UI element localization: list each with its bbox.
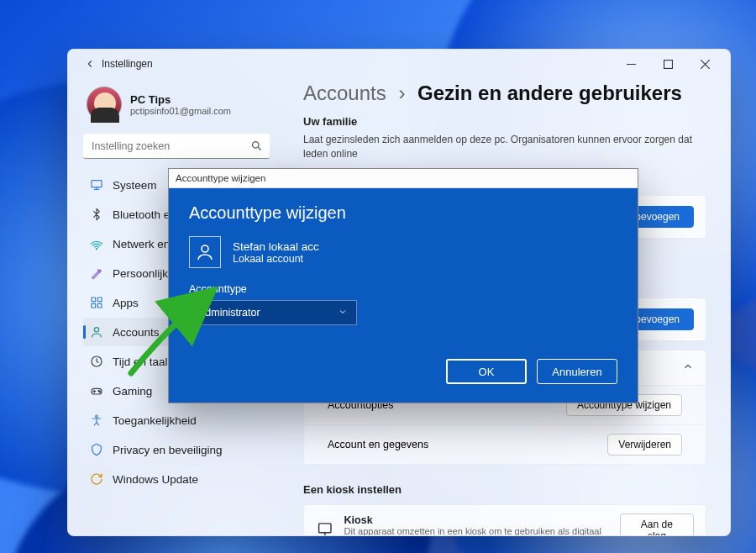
account-data-label: Account en gegevens	[328, 439, 428, 450]
back-button[interactable]	[78, 58, 102, 70]
search-input-wrap	[83, 134, 270, 159]
kiosk-card: Kiosk Dit apparaat omzetten in een kiosk…	[303, 504, 706, 535]
titlebar: Instellingen	[68, 50, 730, 78]
nav-item-update[interactable]: Windows Update	[83, 465, 273, 493]
dialog-user-sub: Lokaal account	[233, 253, 319, 265]
user-block[interactable]: PC Tips pctipsinfo01@gmail.com	[83, 82, 273, 134]
svg-rect-6	[92, 303, 96, 308]
maximize-button[interactable]	[649, 51, 686, 76]
page-title: Gezin en andere gebruikers	[417, 82, 682, 104]
breadcrumb-root[interactable]: Accounts	[303, 82, 386, 104]
nav-item-label: Systeem	[113, 179, 157, 192]
nav-item-privacy[interactable]: Privacy en beveiliging	[83, 435, 273, 464]
family-heading: Uw familie	[303, 115, 706, 128]
account-data-row: Account en gegevens Verwijderen	[303, 425, 706, 465]
cancel-button[interactable]: Annuleren	[537, 359, 617, 384]
bluetooth-icon	[90, 208, 103, 221]
breadcrumb-sep: ›	[398, 82, 405, 104]
remove-account-button[interactable]: Verwijderen	[607, 434, 682, 456]
chevron-down-icon	[338, 307, 348, 319]
apps-icon	[90, 296, 103, 309]
accounts-icon	[90, 325, 103, 339]
nav-item-label: Accounts	[113, 326, 160, 339]
nav-item-label: Apps	[113, 297, 139, 309]
network-icon	[90, 237, 103, 250]
close-button[interactable]	[686, 51, 723, 76]
kiosk-title: Kiosk	[344, 514, 620, 526]
svg-rect-4	[92, 298, 96, 302]
chevron-up-icon	[682, 361, 694, 375]
svg-rect-5	[97, 298, 102, 302]
change-account-type-dialog: Accounttype wijzigen Accounttype wijzige…	[168, 168, 638, 403]
ok-button[interactable]: OK	[446, 359, 527, 384]
nav-item-label: Tijd en taal	[113, 356, 168, 368]
svg-point-3	[96, 248, 97, 249]
person-icon	[189, 236, 221, 268]
window-title: Instellingen	[102, 58, 153, 70]
nav-item-label: Privacy en beveiliging	[113, 444, 223, 456]
accessibility-icon	[90, 413, 103, 427]
avatar	[87, 87, 122, 122]
dialog-titlebar: Accounttype wijzigen	[169, 169, 638, 188]
minimize-button[interactable]	[612, 51, 649, 76]
nav-item-label: Windows Update	[113, 473, 198, 486]
gaming-icon	[90, 384, 103, 398]
kiosk-start-button[interactable]: Aan de slag	[620, 514, 694, 535]
svg-point-13	[96, 415, 98, 418]
kiosk-heading: Een kiosk instellen	[303, 483, 706, 496]
dialog-user-name: Stefan lokaal acc	[233, 240, 319, 253]
svg-rect-14	[319, 523, 331, 532]
time-icon	[90, 355, 103, 368]
account-type-select[interactable]: Administrator	[189, 300, 357, 325]
dialog-heading: Accounttype wijzigen	[189, 203, 617, 223]
system-icon	[90, 178, 103, 192]
svg-point-12	[99, 392, 100, 392]
kiosk-desc: Dit apparaat omzetten in een kiosk om te…	[344, 526, 620, 535]
family-desc: Laat gezinsleden zich aanmelden op deze …	[303, 133, 706, 161]
search-icon	[250, 140, 263, 155]
svg-rect-0	[664, 60, 672, 68]
nav-item-label: Toegankelijkheid	[113, 414, 197, 427]
privacy-icon	[90, 443, 103, 456]
user-email: pctipsinfo01@gmail.com	[130, 106, 231, 116]
svg-point-15	[202, 245, 208, 252]
personalize-icon	[90, 266, 103, 280]
kiosk-icon	[316, 521, 334, 535]
svg-point-8	[94, 328, 98, 332]
update-icon	[90, 472, 103, 486]
search-input[interactable]	[83, 134, 270, 159]
svg-rect-7	[97, 303, 102, 308]
user-name: PC Tips	[130, 93, 231, 106]
nav-item-accessibility[interactable]: Toegankelijkheid	[83, 406, 273, 434]
nav-item-label: Gaming	[113, 385, 152, 398]
dialog-user-block: Stefan lokaal acc Lokaal account	[189, 236, 617, 268]
breadcrumb: Accounts › Gezin en andere gebruikers	[303, 82, 706, 105]
dialog-field-label: Accounttype	[189, 283, 617, 295]
account-type-selected: Administrator	[198, 307, 260, 319]
svg-rect-2	[92, 181, 102, 187]
svg-point-1	[253, 142, 260, 149]
